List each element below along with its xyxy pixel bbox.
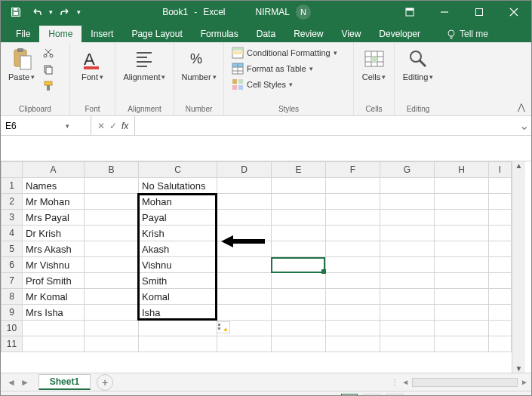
vertical-scrollbar[interactable]: ▲ ▼ (512, 161, 525, 373)
cell[interactable] (272, 210, 326, 226)
cell[interactable] (217, 305, 272, 321)
cell[interactable]: Akash (139, 241, 217, 257)
cell[interactable]: Mrs Isha (23, 305, 85, 321)
save-icon[interactable] (7, 3, 25, 21)
cell[interactable] (489, 241, 512, 257)
col-header[interactable]: H (435, 162, 489, 178)
cell[interactable] (326, 273, 380, 289)
cell[interactable] (85, 273, 139, 289)
cell[interactable]: Isha (139, 305, 217, 321)
sheet-tab[interactable]: Sheet1 (38, 374, 91, 390)
cell[interactable] (326, 305, 380, 321)
scroll-down-icon[interactable]: ▼ (515, 364, 523, 373)
cell[interactable] (85, 210, 139, 226)
cell[interactable] (489, 194, 512, 210)
insert-function-icon[interactable]: fx (121, 121, 128, 131)
font-button[interactable]: A Font▾ (78, 45, 108, 83)
tab-data[interactable]: Data (248, 26, 284, 42)
cell[interactable]: Names (23, 178, 85, 194)
number-button[interactable]: % Number▾ (178, 45, 219, 83)
tab-review[interactable]: Review (284, 26, 332, 42)
cell[interactable] (380, 273, 435, 289)
tab-view[interactable]: View (333, 26, 371, 42)
cell[interactable]: Mr Komal (23, 289, 85, 305)
row-header[interactable]: 5 (2, 241, 23, 257)
tab-file[interactable]: File (7, 26, 39, 42)
cell[interactable] (435, 321, 489, 336)
cell[interactable] (85, 194, 139, 210)
cell[interactable] (85, 336, 139, 352)
user-avatar[interactable]: N (296, 5, 311, 20)
name-box-dropdown-icon[interactable]: ▾ (66, 122, 69, 130)
cell[interactable]: No Salutations (139, 178, 217, 194)
cell[interactable] (326, 241, 380, 257)
row-header[interactable]: 6 (2, 257, 23, 273)
cell[interactable] (326, 194, 380, 210)
cell[interactable] (380, 241, 435, 257)
tab-page-layout[interactable]: Page Layout (122, 26, 191, 42)
cell[interactable] (380, 336, 435, 352)
cell[interactable] (272, 336, 326, 352)
cell[interactable] (435, 257, 489, 273)
col-header[interactable]: D (217, 162, 272, 178)
cell[interactable] (435, 336, 489, 352)
cell[interactable] (380, 289, 435, 305)
maximize-icon[interactable] (462, 1, 497, 23)
tab-formulas[interactable]: Formulas (192, 26, 248, 42)
cells-button[interactable]: Cells▾ (359, 45, 389, 83)
cell[interactable] (139, 336, 217, 352)
undo-dropdown-icon[interactable]: ▾ (49, 8, 53, 16)
page-break-view-button[interactable] (386, 394, 403, 397)
redo-icon[interactable] (56, 3, 74, 21)
cell[interactable] (217, 178, 272, 194)
cell[interactable]: Prof Smith (23, 273, 85, 289)
tab-home[interactable]: Home (39, 26, 81, 42)
sheet-nav-prev-icon[interactable]: ◄ (7, 377, 16, 388)
cell[interactable] (85, 289, 139, 305)
cell[interactable] (272, 226, 326, 241)
col-header[interactable]: C (139, 162, 217, 178)
cell[interactable] (435, 289, 489, 305)
col-header[interactable]: I (489, 162, 512, 178)
cell[interactable] (489, 321, 512, 336)
row-header[interactable]: 11 (2, 336, 23, 352)
cell[interactable] (217, 273, 272, 289)
cell[interactable] (85, 321, 139, 336)
row-header[interactable]: 2 (2, 194, 23, 210)
cell[interactable]: Mohan (139, 194, 217, 210)
col-header[interactable]: F (326, 162, 380, 178)
cell[interactable] (23, 321, 85, 336)
alignment-button[interactable]: Alignment▾ (121, 45, 169, 83)
expand-formula-bar-icon[interactable]: ⌄ (516, 116, 531, 135)
cell[interactable] (272, 289, 326, 305)
cut-icon[interactable] (41, 45, 56, 60)
cell[interactable] (380, 257, 435, 273)
ribbon-options-icon[interactable] (392, 1, 427, 23)
tab-insert[interactable]: Insert (81, 26, 122, 42)
cell[interactable]: Smith (139, 273, 217, 289)
new-sheet-button[interactable]: + (97, 374, 113, 391)
cell[interactable] (380, 178, 435, 194)
cell[interactable] (85, 178, 139, 194)
format-painter-icon[interactable] (41, 78, 56, 94)
row-header[interactable]: 4 (2, 226, 23, 241)
cell[interactable] (139, 321, 217, 336)
cell[interactable] (326, 178, 380, 194)
cell[interactable] (23, 336, 85, 352)
row-header[interactable]: 1 (2, 178, 23, 194)
col-header[interactable]: A (23, 162, 85, 178)
cell[interactable]: Mrs Akash (23, 241, 85, 257)
cell[interactable] (435, 194, 489, 210)
col-header[interactable]: B (85, 162, 139, 178)
normal-view-button[interactable] (341, 394, 358, 397)
col-header[interactable]: G (380, 162, 435, 178)
minimize-icon[interactable] (427, 1, 462, 23)
cell[interactable] (272, 257, 326, 273)
tell-me[interactable]: Tell me (437, 26, 497, 42)
scroll-up-icon[interactable]: ▲ (515, 161, 523, 170)
cell-styles-button[interactable]: Cell Styles▾ (229, 77, 296, 92)
tab-developer[interactable]: Developer (370, 26, 429, 42)
cell[interactable] (489, 273, 512, 289)
cell[interactable] (85, 226, 139, 241)
row-header[interactable]: 3 (2, 210, 23, 226)
